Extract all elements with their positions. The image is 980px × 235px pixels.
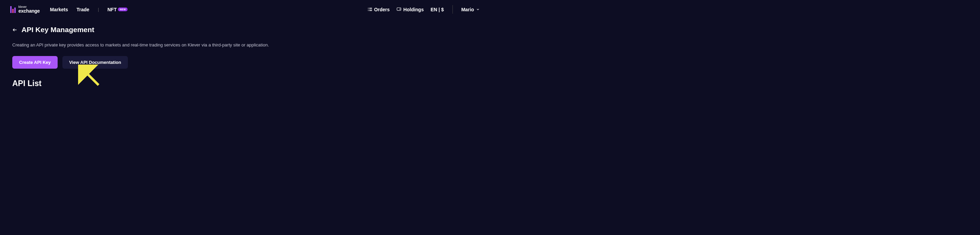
user-menu[interactable]: Mario (461, 7, 480, 12)
logo-icon (10, 6, 16, 13)
annotation-arrow-icon (78, 64, 105, 93)
header-left: klever exchange Markets Trade | NFT NEW (10, 5, 127, 13)
new-badge: NEW (118, 8, 127, 11)
back-arrow-icon[interactable] (12, 27, 18, 32)
page-description: Creating an API private key provides acc… (12, 42, 478, 48)
logo[interactable]: klever exchange (10, 5, 40, 13)
chevron-down-icon (476, 7, 480, 12)
holdings-label: Holdings (403, 7, 424, 12)
locale-label: EN | $ (431, 7, 444, 12)
wallet-icon (396, 6, 401, 12)
nav-nft-label: NFT (107, 7, 117, 12)
nav-markets[interactable]: Markets (50, 7, 68, 12)
create-api-key-button[interactable]: Create API Key (12, 56, 57, 69)
holdings-link[interactable]: Holdings (396, 6, 424, 12)
header-right: Orders Holdings EN | $ Mario (368, 5, 480, 14)
logo-text: klever exchange (18, 5, 40, 13)
locale-selector[interactable]: EN | $ (431, 7, 444, 12)
svg-point-1 (399, 9, 400, 10)
nav-nft[interactable]: NFT NEW (107, 7, 127, 12)
svg-line-4 (83, 70, 99, 85)
orders-link[interactable]: Orders (368, 7, 390, 12)
list-icon (368, 8, 372, 11)
nav: Markets Trade | NFT NEW (50, 7, 127, 12)
logo-text-bottom: exchange (18, 8, 40, 13)
username-label: Mario (461, 7, 474, 12)
orders-label: Orders (374, 7, 390, 12)
content: API Key Management Creating an API priva… (0, 19, 490, 95)
button-row: Create API Key View API Documentation (12, 56, 478, 69)
vertical-divider (452, 5, 453, 14)
page-title: API Key Management (21, 26, 94, 34)
nav-divider: | (98, 7, 99, 12)
nav-trade[interactable]: Trade (77, 7, 89, 12)
header: klever exchange Markets Trade | NFT NEW (0, 0, 490, 19)
page-header: API Key Management (12, 26, 478, 34)
